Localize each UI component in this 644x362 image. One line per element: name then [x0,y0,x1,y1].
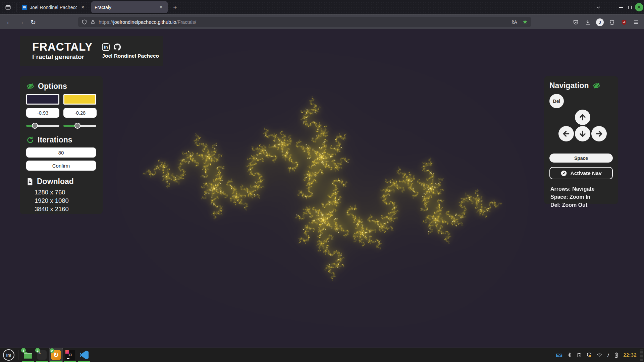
hide-eye-slash-icon[interactable] [26,82,35,90]
arrow-down-icon [578,129,587,138]
nav-left-button[interactable] [558,126,574,141]
download-option-1920[interactable]: 644 x 362 [35,196,96,205]
navigation-panel: Navigation Del Space Activate Nav Arrows… [544,76,618,204]
options-title: Options [38,82,67,91]
arrow-up-icon [578,113,587,122]
clipboard-icon[interactable] [577,352,582,358]
options-panel: Options Iterations Confirm Download 1280… [20,76,103,214]
download-title: Download [37,177,74,186]
compass-icon [560,170,567,177]
help-space: Space: Zoom In [550,193,613,201]
menu-hamburger-icon[interactable] [631,17,641,27]
svg-text:uO: uO [623,21,625,23]
c-real-slider[interactable] [26,122,59,129]
activate-nav-button[interactable]: Activate Nav [549,167,613,179]
hide-eye-slash-icon[interactable] [592,81,601,90]
close-tab-icon[interactable]: × [79,4,86,11]
keyboard-layout-indicator[interactable]: ES [556,352,562,358]
arrow-left-icon [562,129,571,138]
nav-down-button[interactable] [575,126,590,141]
c-imag-input[interactable] [63,108,97,118]
media-note-icon[interactable]: ♪ [607,352,610,358]
navigation-title: Navigation [549,81,589,90]
taskbar-terminal-icon[interactable]: 2 $_ [35,348,49,362]
slider-thumb[interactable] [32,123,38,129]
maximize-button[interactable] [626,0,634,14]
back-button[interactable]: ← [4,17,14,27]
list-tabs-chevron-icon[interactable] [594,3,602,11]
shield-icon[interactable] [82,19,87,25]
taskbar-intellij-icon[interactable]: IJ [63,348,77,362]
download-file-icon [26,178,34,186]
del-zoom-out-button[interactable]: Del [549,94,564,108]
files-badge: 3 [21,348,26,353]
space-zoom-in-button[interactable]: Space [549,154,613,163]
color1-swatch[interactable] [26,94,59,105]
arrow-pad [549,109,613,151]
tab-bar: in Joel Rondinel Pacheco | LinkedIn × Fr… [0,0,644,14]
bookmark-star-icon[interactable]: ★ [523,18,528,25]
firefox-badge: 2 [50,348,54,353]
url-text: https://joelrondinelpacheco.github.io/Fr… [99,19,196,25]
nav-right-button[interactable] [591,126,607,141]
vscode-icon [80,351,89,359]
c-imag-slider[interactable] [63,122,97,129]
terminal-badge: 2 [35,348,40,353]
site-tagline: Fractal generator [32,53,93,61]
battery-charging-icon[interactable] [614,352,619,358]
linkedin-favicon: in [22,5,27,10]
clock[interactable]: 22:32 [623,352,637,358]
security-shield-icon[interactable] [586,352,592,358]
mint-menu-button[interactable]: lm [3,349,14,361]
help-del: Del: Zoom Out [550,201,613,209]
download-option-1280[interactable]: 1280 x 760 [35,188,96,196]
tab-fractaly[interactable]: Fractaly × [91,1,168,13]
fractaly-page: FRACTALY Fractal generator in Joel Rondi… [0,29,644,348]
tab-title: Joel Rondinel Pacheco | LinkedIn [30,5,77,10]
confirm-button[interactable]: Confirm [26,161,96,171]
translate-icon[interactable]: x̄A [512,19,517,25]
reload-button[interactable]: ↻ [28,17,38,27]
extensions-puzzle-icon[interactable] [607,17,616,27]
pocket-icon[interactable] [571,17,580,27]
browser-toolbar: ← → ↻ https://joelrondinelpacheco.github… [0,14,644,29]
color2-swatch[interactable] [63,94,97,105]
minimize-button[interactable] [617,0,625,14]
taskbar-separator [18,350,18,360]
iterations-input[interactable] [26,147,96,158]
c-real-input[interactable] [26,108,59,118]
linkedin-icon[interactable]: in [102,43,110,51]
site-header: FRACTALY Fractal generator in Joel Rondi… [20,36,163,66]
help-arrows: Arrows: Navigate [550,185,613,193]
refresh-icon [26,136,34,144]
tab-separator [16,3,16,12]
taskbar: lm 3 2 $_ 2 ↻ IJ ES ♪ 22:32 [0,348,644,362]
slider-thumb[interactable] [74,123,80,129]
iterations-title: Iterations [38,135,72,144]
close-window-button[interactable]: ✕ [634,0,644,14]
forward-button[interactable]: → [16,17,26,27]
intellij-icon: IJ [65,350,75,360]
tab-linkedin[interactable]: in Joel Rondinel Pacheco | LinkedIn × [18,0,90,14]
firefox-view-icon[interactable] [3,3,13,12]
download-option-3840[interactable]: 3840 x 2160 [35,205,96,213]
lock-icon[interactable] [90,19,96,25]
taskbar-vscode-icon[interactable] [77,348,91,362]
github-icon[interactable] [113,43,121,51]
system-tray: ES ♪ 22:32 [556,352,644,358]
ublock-icon[interactable]: uO [619,17,629,27]
bluetooth-icon[interactable] [567,352,572,358]
wifi-icon[interactable] [596,352,602,358]
close-tab-icon[interactable]: × [158,4,164,11]
new-tab-button[interactable]: + [170,3,180,12]
nav-up-button[interactable] [575,110,590,125]
taskbar-files-icon[interactable]: 3 [21,348,35,362]
navigation-help: Arrows: Navigate Space: Zoom In Del: Zoo… [549,185,613,209]
profile-avatar[interactable]: J [595,17,604,27]
arrow-right-icon [595,129,603,138]
taskbar-firefox-icon[interactable]: 2 ↻ [49,348,63,362]
url-bar[interactable]: https://joelrondinelpacheco.github.io/Fr… [78,17,531,27]
site-logo: FRACTALY [32,41,93,52]
show-desktop-grip[interactable] [640,349,643,361]
downloads-icon[interactable] [583,17,592,27]
